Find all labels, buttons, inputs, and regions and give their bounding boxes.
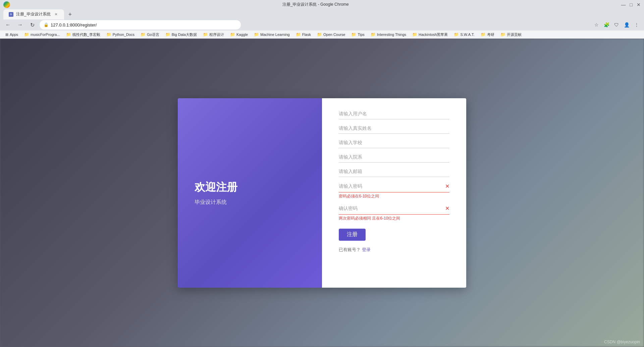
bookmark-kaoyan[interactable]: 📁 考研	[478, 32, 497, 38]
folder-icon: 📁	[24, 32, 29, 37]
folder-icon: 📁	[66, 32, 71, 37]
bookmark-programming[interactable]: 📁 程序设计	[200, 32, 227, 38]
bookmark-hackintosh[interactable]: 📁 Hackintosh黑苹果	[410, 32, 450, 38]
bookmark-go[interactable]: 📁 Go语言	[138, 32, 162, 38]
url-bar[interactable]: 🔒 127.0.0.1:8000/register/	[40, 20, 241, 30]
username-field	[339, 108, 449, 119]
tab-title: 注册_毕业设计系统	[16, 11, 51, 17]
school-field	[339, 137, 449, 148]
forward-btn[interactable]: →	[15, 20, 25, 30]
tab-favicon: B	[9, 12, 13, 17]
bookmark-linear-algebra[interactable]: 📁 线性代数_李宏毅	[63, 32, 103, 38]
address-right-icons: ☆ 🧩 🛡 👤 ⋮	[592, 21, 641, 29]
address-bar: ← → ↻ 🔒 127.0.0.1:8000/register/ ☆ 🧩 🛡 👤…	[0, 19, 644, 31]
minimize-btn[interactable]: —	[621, 2, 626, 7]
bookmark-apps[interactable]: ⊞ Apps	[3, 32, 21, 38]
title-bar-left	[3, 1, 10, 8]
register-button[interactable]: 注册	[339, 229, 366, 241]
folder-icon: 📁	[296, 32, 301, 37]
bookmark-star-icon[interactable]: ☆	[592, 21, 600, 29]
username-input[interactable]	[339, 108, 449, 119]
password-wrapper: ✕	[339, 180, 449, 192]
maximize-btn[interactable]: □	[630, 2, 633, 7]
bookmark-music[interactable]: 📁 musicForProgra...	[21, 32, 62, 38]
bookmarks-bar: ⊞ Apps 📁 musicForProgra... 📁 线性代数_李宏毅 📁 …	[0, 31, 644, 39]
email-field	[339, 166, 449, 177]
extension-puzzle-icon[interactable]: 🧩	[602, 21, 610, 29]
close-btn[interactable]: ✕	[637, 2, 641, 7]
folder-icon: 📁	[481, 32, 486, 37]
apps-icon: ⊞	[5, 33, 8, 37]
confirm-password-field: ✕ 两次密码必须相同 且在6-10位之间	[339, 203, 449, 221]
password-error-msg: 密码必须在6-10位之间	[339, 193, 449, 199]
back-btn[interactable]: ←	[3, 20, 13, 30]
email-input[interactable]	[339, 166, 449, 177]
folder-icon: 📁	[141, 32, 146, 37]
bookmark-swat[interactable]: 📁 S.W.A.T.	[451, 32, 477, 38]
bookmark-interesting[interactable]: 📁 Interesting Things	[368, 32, 409, 38]
new-tab-btn[interactable]: +	[65, 10, 75, 19]
password-clear-icon[interactable]: ✕	[445, 183, 449, 189]
login-hint-text: 已有账号？	[339, 247, 361, 252]
google-icon	[3, 1, 10, 8]
folder-icon: 📁	[106, 32, 111, 37]
folder-icon: 📁	[500, 32, 505, 37]
title-bar-controls: — □ ✕	[621, 2, 641, 7]
folder-icon: 📁	[412, 32, 417, 37]
lock-icon: 🔒	[44, 22, 49, 27]
confirm-input[interactable]	[339, 206, 445, 211]
right-panel: ✕ 密码必须在6-10位之间 ✕ 两次密码必须相同 且在6-10位之间 注册 已…	[322, 98, 466, 288]
password-input[interactable]	[339, 183, 445, 189]
bookmark-flask[interactable]: 📁 Flask	[293, 32, 314, 38]
title-bar: 注册_毕业设计系统 - Google Chrome — □ ✕	[0, 0, 644, 9]
active-tab[interactable]: B 注册_毕业设计系统 ✕	[3, 9, 64, 19]
bookmark-ml[interactable]: 📁 Machine Learning	[251, 32, 292, 38]
folder-icon: 📁	[165, 32, 170, 37]
title-bar-title: 注册_毕业设计系统 - Google Chrome	[10, 2, 621, 7]
folder-icon: 📁	[203, 32, 208, 37]
login-link[interactable]: 登录	[362, 247, 371, 252]
school-input[interactable]	[339, 137, 449, 148]
bookmark-python[interactable]: 📁 Python_Docs	[104, 32, 137, 38]
left-panel: 欢迎注册 毕业设计系统	[178, 98, 322, 288]
confirm-clear-icon[interactable]: ✕	[445, 205, 449, 212]
tab-bar: B 注册_毕业设计系统 ✕ +	[0, 9, 644, 19]
profile-icon[interactable]: 👤	[623, 21, 631, 29]
watermark: CSDN @biyezuopin	[604, 340, 640, 344]
confirm-wrapper: ✕	[339, 203, 449, 215]
bookmark-tips[interactable]: 📁 Tips	[348, 32, 367, 38]
realname-input[interactable]	[339, 123, 449, 134]
menu-icon[interactable]: ⋮	[633, 21, 641, 29]
folder-icon: 📁	[230, 32, 235, 37]
password-field: ✕ 密码必须在6-10位之间	[339, 180, 449, 199]
folder-icon: 📁	[254, 32, 259, 37]
folder-icon: 📁	[454, 32, 459, 37]
bookmark-kaggle[interactable]: 📁 Kaggle	[227, 32, 251, 38]
chrome-browser-frame: 注册_毕业设计系统 - Google Chrome — □ ✕ B 注册_毕业设…	[0, 0, 644, 39]
url-text: 127.0.0.1:8000/register/	[51, 22, 97, 27]
department-field	[339, 152, 449, 163]
login-hint: 已有账号？ 登录	[339, 247, 449, 253]
refresh-btn[interactable]: ↻	[28, 20, 37, 30]
welcome-title: 欢迎注册	[195, 180, 305, 195]
system-name: 毕业设计系统	[195, 199, 305, 206]
tab-close-btn[interactable]: ✕	[53, 12, 59, 17]
shield-icon[interactable]: 🛡	[612, 21, 621, 29]
bookmark-opensource[interactable]: 📁 开源贡献	[498, 32, 524, 38]
realname-field	[339, 123, 449, 134]
folder-icon: 📁	[317, 32, 322, 37]
department-input[interactable]	[339, 152, 449, 163]
bookmark-bigdata[interactable]: 📁 Big Data大数据	[163, 32, 200, 38]
folder-icon: 📁	[351, 32, 356, 37]
folder-icon: 📁	[371, 32, 376, 37]
bookmark-opencourse[interactable]: 📁 Open Course	[314, 32, 348, 38]
register-card: 欢迎注册 毕业设计系统	[178, 98, 466, 288]
confirm-error-msg: 两次密码必须相同 且在6-10位之间	[339, 216, 449, 221]
main-content: 欢迎注册 毕业设计系统	[0, 39, 644, 347]
